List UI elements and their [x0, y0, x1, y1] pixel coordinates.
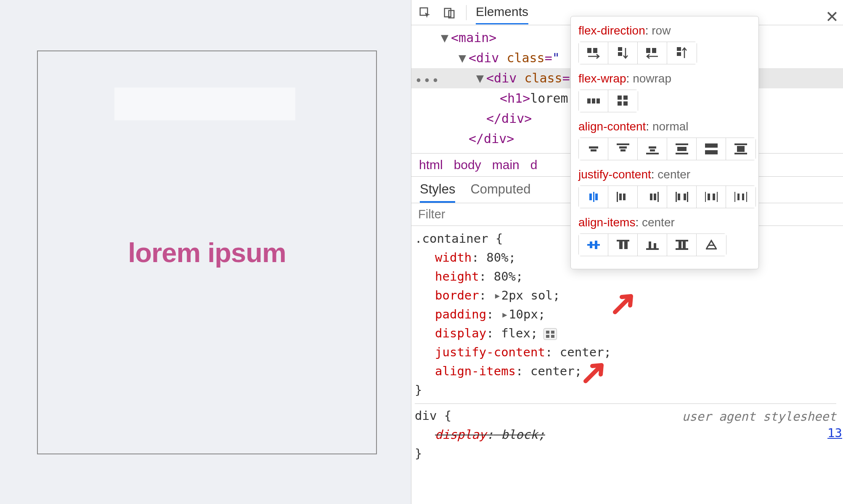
- css-property: border: [435, 288, 479, 302]
- svg-rect-13: [596, 98, 600, 103]
- flex-option-justify-content-space-between[interactable]: [667, 186, 697, 208]
- svg-rect-53: [742, 194, 744, 200]
- flex-property-name: align-items: [578, 216, 635, 229]
- annotation-arrow-icon: [612, 290, 637, 315]
- inspect-element-icon[interactable]: [417, 5, 432, 20]
- flex-option-group: [578, 233, 726, 256]
- flex-option-align-content-flex-end[interactable]: [638, 138, 667, 160]
- css-declaration[interactable]: display: flex;: [435, 324, 836, 343]
- flex-option-justify-content-flex-start[interactable]: [608, 186, 638, 208]
- flex-option-justify-content-flex-end[interactable]: [638, 186, 667, 208]
- crumb-body[interactable]: body: [454, 158, 481, 172]
- brace-close: }: [415, 381, 836, 400]
- flex-option-flex-wrap-wrap[interactable]: [608, 90, 638, 112]
- flex-option-align-items-flex-end[interactable]: [638, 234, 667, 256]
- svg-rect-46: [687, 192, 688, 202]
- disclosure-triangle-icon[interactable]: ▼: [476, 68, 484, 88]
- css-value: 10px: [509, 307, 538, 321]
- svg-rect-37: [617, 192, 618, 202]
- flex-property-name: flex-direction: [578, 24, 645, 37]
- css-value: flex: [501, 326, 530, 340]
- svg-rect-60: [624, 240, 628, 249]
- svg-rect-23: [649, 146, 656, 149]
- flex-option-align-content-flex-start[interactable]: [608, 138, 638, 160]
- flex-option-align-items-center[interactable]: [579, 234, 608, 256]
- flex-option-flex-wrap-nowrap[interactable]: [579, 90, 608, 112]
- expand-triangle-icon[interactable]: ▸: [501, 305, 507, 324]
- flex-property-value: nowrap: [633, 72, 671, 85]
- flex-option-align-items-baseline[interactable]: [697, 234, 726, 256]
- flex-option-align-items-flex-start[interactable]: [608, 234, 638, 256]
- svg-rect-31: [734, 143, 747, 145]
- disclosure-triangle-icon[interactable]: ▼: [459, 48, 466, 68]
- flex-option-align-content-space-around[interactable]: [667, 138, 697, 160]
- css-declaration[interactable]: align-items: center;: [435, 362, 836, 381]
- crumb-main[interactable]: main: [492, 158, 520, 172]
- toolbar-separator: [466, 5, 467, 20]
- svg-rect-35: [589, 194, 592, 200]
- svg-rect-61: [649, 241, 651, 249]
- attr-name: class: [524, 71, 562, 85]
- flex-option-justify-content-space-around[interactable]: [697, 186, 726, 208]
- flex-property-name: align-content: [578, 120, 646, 133]
- svg-rect-51: [734, 192, 735, 202]
- svg-rect-25: [646, 153, 659, 154]
- svg-rect-44: [678, 194, 680, 200]
- flex-option-align-content-stretch[interactable]: [726, 138, 756, 160]
- css-value: center: [560, 345, 604, 359]
- crumb-div[interactable]: d: [530, 158, 538, 172]
- flex-option-flex-direction-row-reverse[interactable]: [638, 42, 667, 64]
- svg-rect-24: [650, 149, 655, 151]
- svg-rect-45: [684, 194, 686, 200]
- flex-property-name: flex-wrap: [578, 72, 626, 85]
- brace: {: [496, 231, 503, 246]
- svg-rect-15: [623, 95, 628, 100]
- source-link[interactable]: 13: [827, 424, 842, 443]
- svg-rect-41: [654, 194, 656, 200]
- demo-container: lorem ipsum: [37, 50, 377, 454]
- tab-computed[interactable]: Computed: [470, 182, 530, 203]
- svg-rect-28: [676, 153, 688, 154]
- css-declaration[interactable]: height: 80%;: [435, 267, 836, 286]
- flex-option-align-items-stretch[interactable]: [667, 234, 697, 256]
- flex-option-justify-content-space-evenly[interactable]: [726, 186, 756, 208]
- svg-rect-1: [445, 8, 451, 17]
- flex-option-align-content-center[interactable]: [579, 138, 608, 160]
- svg-rect-29: [705, 143, 718, 148]
- flex-option-flex-direction-row[interactable]: [579, 42, 608, 64]
- tag-h1: <h1>: [500, 91, 530, 106]
- flex-option-flex-direction-column[interactable]: [608, 42, 638, 64]
- tag-div: <div: [486, 71, 517, 85]
- flex-option-justify-content-center[interactable]: [579, 186, 608, 208]
- flex-option-group: [578, 42, 697, 64]
- css-declaration[interactable]: justify-content: center;: [435, 343, 836, 362]
- svg-rect-33: [734, 153, 747, 154]
- svg-rect-20: [617, 143, 629, 145]
- annotation-arrow-icon: [583, 359, 607, 384]
- tag-close: </div>: [486, 111, 532, 126]
- close-icon[interactable]: ✕: [825, 8, 839, 26]
- attr-value: ": [552, 50, 560, 65]
- svg-rect-38: [619, 194, 622, 200]
- device-toolbar-icon[interactable]: [442, 5, 457, 20]
- svg-rect-39: [623, 194, 626, 200]
- svg-rect-14: [618, 95, 622, 100]
- expand-triangle-icon[interactable]: ▸: [494, 286, 500, 305]
- more-actions-icon[interactable]: •••: [415, 71, 440, 91]
- css-property: justify-content: [435, 345, 545, 359]
- disclosure-triangle-icon[interactable]: ▼: [441, 28, 448, 48]
- flex-option-align-content-space-between[interactable]: [697, 138, 726, 160]
- flex-option-flex-direction-column-reverse[interactable]: [667, 42, 697, 64]
- text-node: lorem: [530, 91, 568, 106]
- svg-rect-36: [595, 194, 598, 200]
- tab-styles[interactable]: Styles: [420, 182, 455, 203]
- selector-text: div: [415, 409, 437, 423]
- tab-elements[interactable]: Elements: [476, 0, 528, 24]
- crumb-html[interactable]: html: [419, 158, 443, 172]
- css-value: 80%: [494, 269, 516, 284]
- flexbox-editor-icon[interactable]: [543, 328, 557, 340]
- flex-property-value: center: [657, 168, 690, 181]
- svg-rect-34: [593, 192, 594, 202]
- css-property: width: [435, 250, 472, 265]
- tag-main: <main>: [451, 30, 496, 45]
